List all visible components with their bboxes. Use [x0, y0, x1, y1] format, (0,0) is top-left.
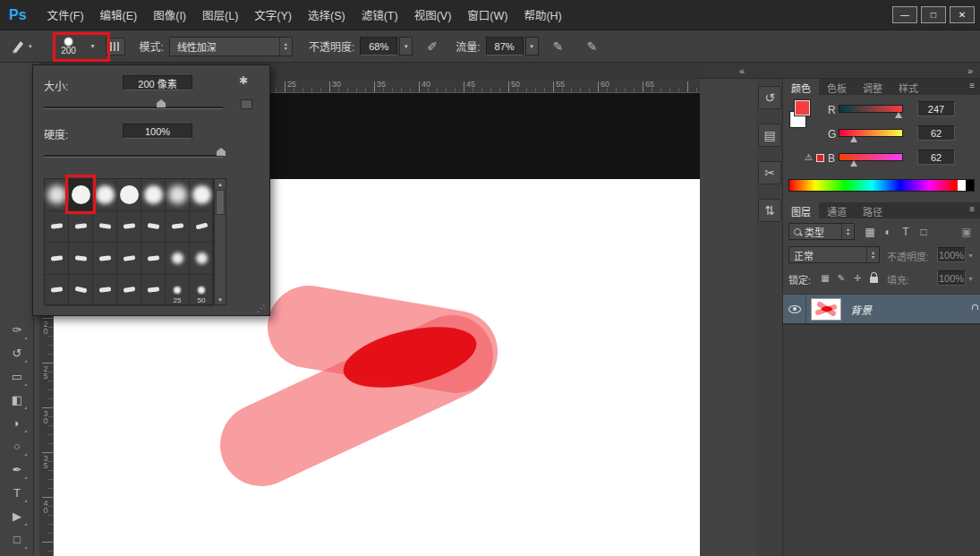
filter-adjustment-layers-icon[interactable]: ◐: [880, 224, 896, 240]
tab-adjustments[interactable]: 调整: [855, 79, 891, 95]
tab-styles[interactable]: 样式: [891, 79, 926, 95]
filter-stepper-icon[interactable]: ▴ ▾: [841, 224, 854, 239]
dodge-tool[interactable]: ○: [6, 435, 28, 457]
brush-tip[interactable]: [117, 275, 141, 307]
red-value-field[interactable]: 247: [917, 101, 955, 116]
flow-field[interactable]: 87%: [486, 37, 524, 56]
scroll-up-icon[interactable]: ▲: [215, 179, 226, 189]
maximize-button[interactable]: □: [921, 6, 946, 23]
brush-tip[interactable]: [93, 275, 117, 307]
lock-paint-icon[interactable]: ✎: [833, 269, 849, 286]
brush-tip[interactable]: [117, 179, 141, 211]
brush-tip[interactable]: [141, 179, 166, 211]
menu-edit[interactable]: 编辑(E): [92, 0, 146, 30]
brush-tip[interactable]: 25: [166, 275, 190, 307]
foreground-color-swatch[interactable]: [795, 100, 810, 115]
blur-tool[interactable]: ◗: [6, 412, 28, 433]
brush-tip[interactable]: [45, 275, 69, 307]
mode-stepper-icon[interactable]: ▴ ▾: [279, 38, 292, 56]
menu-type[interactable]: 文字(Y): [246, 0, 300, 30]
tab-swatches[interactable]: 色板: [819, 79, 855, 95]
brush-tip[interactable]: [69, 243, 93, 275]
fill-dropdown-icon[interactable]: ▾: [965, 270, 976, 287]
filter-shape-layers-icon[interactable]: □: [916, 224, 932, 240]
red-slider-thumb[interactable]: [895, 112, 902, 118]
color-panel-menu-icon[interactable]: ≡: [969, 79, 980, 95]
brush-tip[interactable]: [45, 211, 69, 244]
expand-dock-icon[interactable]: »: [967, 65, 973, 76]
brush-tip[interactable]: [117, 243, 141, 275]
brush-tip[interactable]: [141, 275, 166, 307]
opacity-dropdown-icon[interactable]: ▾: [399, 37, 413, 56]
fill-field[interactable]: 100%: [937, 270, 966, 286]
brush-tip[interactable]: [93, 211, 117, 244]
filter-pixel-layers-icon[interactable]: ▦: [862, 224, 878, 240]
color-spectrum[interactable]: [788, 179, 975, 192]
brush-size-field[interactable]: 200 像素: [123, 75, 192, 90]
blend-stepper-icon[interactable]: ▴ ▾: [866, 247, 879, 262]
green-value-field[interactable]: 62: [917, 125, 955, 141]
menu-image[interactable]: 图像(I): [145, 0, 194, 30]
layers-opacity-dropdown-icon[interactable]: ▾: [965, 247, 976, 263]
clip-panel-icon[interactable]: ✂: [758, 161, 781, 184]
brush-size-slider-thumb[interactable]: [157, 99, 166, 107]
brush-tip[interactable]: 50: [190, 275, 214, 307]
brush-tip[interactable]: [166, 243, 190, 275]
layer-filter-select[interactable]: 类型 ▴ ▾: [788, 223, 855, 240]
filter-type-layers-icon[interactable]: T: [898, 224, 914, 240]
airbrush-icon[interactable]: ✎: [548, 36, 569, 57]
brush-tip[interactable]: [93, 179, 117, 211]
menu-view[interactable]: 视图(V): [406, 0, 460, 30]
filter-toggle-icon[interactable]: ▣: [959, 224, 975, 240]
resize-grip-icon[interactable]: ⋰: [257, 304, 266, 313]
styles-panel-icon[interactable]: ▤: [758, 124, 781, 147]
lock-all-icon[interactable]: [865, 271, 882, 287]
menu-help[interactable]: 帮助(H): [516, 0, 569, 30]
menu-window[interactable]: 窗口(W): [459, 0, 516, 30]
pen-tool[interactable]: ✒: [6, 458, 28, 480]
clone-stamp-tool[interactable]: ✑: [6, 319, 28, 340]
tab-paths[interactable]: 路径: [855, 202, 891, 218]
brush-hardness-slider[interactable]: [44, 155, 223, 158]
blend-mode-select[interactable]: 正常 ▴ ▾: [788, 246, 880, 263]
brush-tip[interactable]: [166, 211, 190, 244]
new-brush-icon[interactable]: [241, 99, 252, 109]
swap-panel-icon[interactable]: ⇅: [758, 199, 781, 222]
history-brush-tool[interactable]: ↺: [6, 342, 28, 364]
brush-tip[interactable]: [45, 243, 69, 275]
eraser-tool[interactable]: ▭: [6, 365, 28, 387]
blue-slider-thumb[interactable]: [850, 160, 857, 167]
brush-tip[interactable]: [190, 179, 214, 211]
tab-layers[interactable]: 图层: [783, 202, 819, 218]
minimize-button[interactable]: —: [892, 6, 917, 23]
red-slider[interactable]: [839, 105, 903, 113]
lock-position-icon[interactable]: ✛: [849, 269, 865, 286]
menu-layer[interactable]: 图层(L): [194, 0, 246, 30]
green-slider[interactable]: [839, 129, 903, 137]
brush-tip[interactable]: [141, 243, 166, 275]
collapse-dock-icon[interactable]: «: [739, 65, 745, 76]
menu-filter[interactable]: 滤镜(T): [354, 0, 406, 30]
brush-tip[interactable]: [141, 211, 166, 244]
type-tool[interactable]: T: [6, 482, 28, 503]
flow-dropdown-icon[interactable]: ▾: [525, 37, 539, 56]
close-button[interactable]: ✕: [950, 6, 975, 23]
layer-row-background[interactable]: 背景: [783, 294, 980, 324]
brush-tip[interactable]: [166, 179, 190, 211]
gamut-swatch[interactable]: [816, 154, 824, 162]
brush-tool-arrow-icon[interactable]: ▾: [29, 43, 32, 50]
brush-hardness-slider-thumb[interactable]: [217, 148, 226, 156]
opacity-field[interactable]: 68%: [360, 37, 397, 56]
gamut-warning-icon[interactable]: ⚠: [805, 152, 813, 162]
scrollbar-thumb[interactable]: [216, 190, 225, 215]
brush-grid-scrollbar[interactable]: ▲ ▼: [214, 178, 226, 305]
brush-tip[interactable]: [69, 211, 93, 244]
history-panel-icon[interactable]: ↺: [758, 86, 781, 109]
mode-select[interactable]: 线性加深 ▴ ▾: [169, 37, 293, 56]
brush-tip[interactable]: [117, 211, 141, 244]
brush-tip[interactable]: [93, 243, 117, 275]
menu-file[interactable]: 文件(F): [39, 0, 92, 30]
menu-select[interactable]: 选择(S): [300, 0, 354, 30]
tab-color[interactable]: 颜色: [783, 79, 819, 95]
brush-tip[interactable]: [190, 211, 214, 244]
